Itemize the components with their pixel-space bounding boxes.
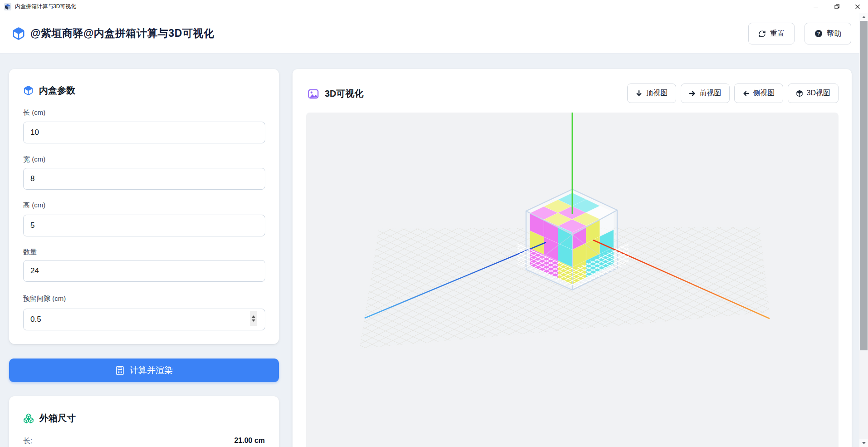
- side-view-label: 侧视图: [753, 88, 775, 98]
- length-input[interactable]: [23, 122, 265, 143]
- length-label: 长 (cm): [23, 108, 45, 117]
- gap-input[interactable]: [23, 309, 265, 330]
- svg-text:?: ?: [817, 31, 820, 36]
- outer-length-label: 长:: [23, 437, 32, 446]
- outer-length-value: 21.00 cm: [234, 437, 265, 445]
- outer-card-header: 外箱尺寸: [23, 412, 76, 424]
- gap-label: 预留间隙 (cm): [23, 295, 66, 303]
- scroll-up-button[interactable]: [859, 13, 868, 21]
- width-input[interactable]: [23, 168, 265, 190]
- scroll-up-icon: [862, 16, 866, 18]
- restore-icon: [834, 4, 840, 10]
- outer-dim-row: 长: 21.00 cm: [23, 437, 265, 446]
- top-view-button[interactable]: 顶视图: [627, 84, 676, 103]
- vertical-scrollbar[interactable]: [859, 13, 868, 447]
- width-label: 宽 (cm): [23, 155, 45, 164]
- number-spinner[interactable]: [250, 311, 257, 326]
- outer-box-card: 外箱尺寸 长: 21.00 cm: [9, 396, 279, 447]
- minimize-icon: [813, 4, 819, 10]
- reset-label: 重置: [770, 29, 785, 39]
- scrollbar-thumb[interactable]: [860, 21, 868, 350]
- app-brand: @紫垣商驿@内盒拼箱计算与3D可视化: [12, 13, 214, 54]
- front-view-button[interactable]: 前视图: [681, 84, 730, 103]
- viewer-card-title: 3D可视化: [325, 88, 364, 100]
- close-button[interactable]: [847, 0, 868, 13]
- app-icon: [4, 3, 11, 10]
- refresh-icon: [758, 30, 766, 38]
- boxes-icon: [23, 413, 34, 424]
- image-icon: [307, 88, 319, 100]
- height-label: 高 (cm): [23, 201, 45, 210]
- scroll-down-icon: [862, 442, 866, 444]
- window-title: 内盒拼箱计算与3D可视化: [15, 3, 76, 10]
- calculate-render-button[interactable]: 计算并渲染: [9, 359, 279, 382]
- quantity-label: 数量: [23, 248, 37, 256]
- restore-button[interactable]: [826, 0, 847, 13]
- page-title: @紫垣商驿@内盒拼箱计算与3D可视化: [30, 26, 214, 40]
- titlebar: 内盒拼箱计算与3D可视化: [0, 0, 868, 13]
- outer-card-title: 外箱尺寸: [39, 412, 76, 424]
- window-controls: [805, 0, 868, 13]
- params-card-title: 内盒参数: [39, 84, 75, 97]
- 3d-scene: [306, 113, 839, 447]
- arrow-right-icon: [689, 90, 696, 97]
- header-actions: 重置 ? 帮助: [748, 23, 851, 44]
- arrow-down-icon: [635, 90, 643, 97]
- close-icon: [855, 4, 860, 10]
- minimize-button[interactable]: [805, 0, 826, 13]
- arrow-left-icon: [742, 90, 750, 97]
- calculate-label: 计算并渲染: [130, 364, 173, 376]
- box-icon: [23, 85, 34, 96]
- viewer-card: 3D可视化 顶视图 前视图 侧视图 3D视图: [293, 69, 852, 447]
- box-icon: [12, 27, 25, 40]
- help-icon: ?: [814, 29, 823, 38]
- top-view-label: 顶视图: [646, 88, 668, 98]
- scroll-down-button[interactable]: [859, 439, 868, 447]
- calculator-icon: [115, 366, 125, 375]
- spinner-up-icon[interactable]: [252, 315, 255, 318]
- viewer-card-header: 3D可视化: [307, 88, 364, 100]
- help-label: 帮助: [827, 29, 841, 39]
- height-input[interactable]: [23, 215, 265, 236]
- cube-icon: [796, 90, 803, 97]
- view-buttons: 顶视图 前视图 侧视图 3D视图: [627, 84, 839, 103]
- inner-box-params-card: 内盒参数 长 (cm) 宽 (cm) 高 (cm) 数量 预留间隙 (cm): [9, 69, 279, 344]
- app-header: @紫垣商驿@内盒拼箱计算与3D可视化 重置 ? 帮助: [0, 13, 868, 54]
- reset-button[interactable]: 重置: [748, 23, 795, 44]
- help-button[interactable]: ? 帮助: [805, 23, 851, 44]
- 3d-view-label: 3D视图: [807, 88, 830, 98]
- params-card-header: 内盒参数: [23, 84, 75, 97]
- spinner-down-icon[interactable]: [252, 319, 255, 322]
- 3d-canvas[interactable]: [306, 113, 839, 447]
- 3d-view-button[interactable]: 3D视图: [788, 84, 839, 103]
- quantity-input[interactable]: [23, 260, 265, 282]
- side-view-button[interactable]: 侧视图: [734, 84, 783, 103]
- front-view-label: 前视图: [700, 88, 722, 98]
